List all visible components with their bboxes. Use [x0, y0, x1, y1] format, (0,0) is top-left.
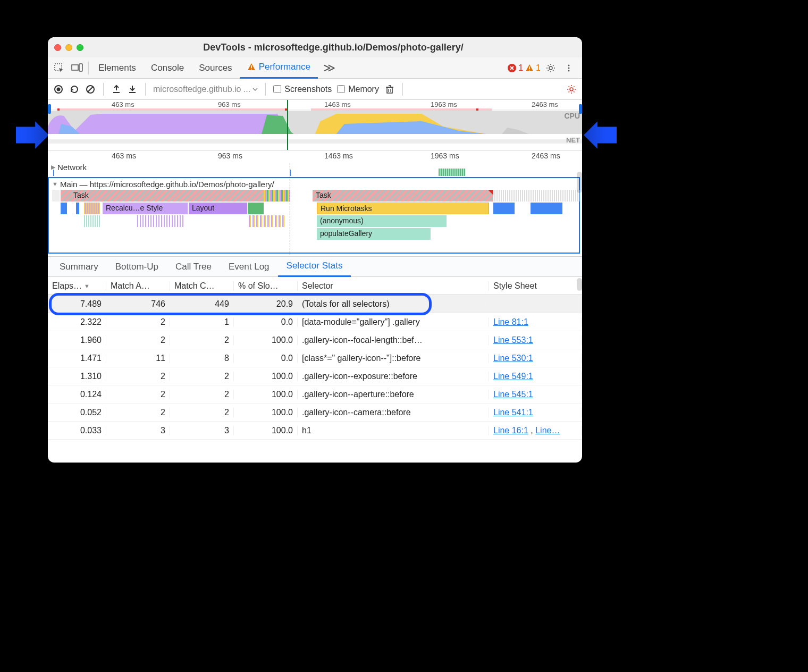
- record-icon[interactable]: [53, 84, 64, 95]
- table-row[interactable]: 0.03333100.0h1Line 16:1 , Line…: [48, 422, 582, 440]
- device-icon[interactable]: [68, 59, 86, 77]
- error-icon: [508, 64, 516, 72]
- error-count[interactable]: 1: [508, 63, 523, 73]
- stylesheet-link[interactable]: Line…: [535, 426, 560, 435]
- screenshots-checkbox[interactable]: Screenshots: [273, 85, 332, 94]
- main-track-header[interactable]: ▼Main — https://microsoftedge.github.io/…: [49, 178, 579, 190]
- window-title: DevTools - microsoftedge.github.io/Demos…: [91, 42, 576, 53]
- cpu-label: CPU: [564, 112, 580, 120]
- stylesheet-link[interactable]: Line 16:1: [493, 426, 528, 435]
- col-stylesheet[interactable]: Style Sheet: [489, 281, 582, 291]
- timeline-overview[interactable]: 463 ms 963 ms 1463 ms 1963 ms 2463 ms CP…: [48, 100, 582, 150]
- table-row[interactable]: 1.4711180.0[class*=" gallery-icon--"]::b…: [48, 349, 582, 367]
- subtab-selector-stats[interactable]: Selector Stats: [278, 257, 351, 277]
- tab-console[interactable]: Console: [144, 57, 191, 79]
- scrollbar[interactable]: [577, 278, 582, 291]
- col-match-count[interactable]: Match C…: [170, 281, 234, 291]
- svg-point-10: [568, 64, 570, 66]
- svg-point-18: [570, 88, 573, 91]
- memory-checkbox[interactable]: Memory: [337, 85, 379, 94]
- subtab-event-log[interactable]: Event Log: [220, 257, 278, 277]
- divider: [88, 62, 89, 74]
- table-row[interactable]: 1.96022100.0.gallery-icon--focal-length:…: [48, 331, 582, 349]
- annotation-arrow-left: [16, 121, 49, 149]
- stylesheet-link[interactable]: Line 553:1: [493, 335, 533, 345]
- svg-point-14: [57, 87, 61, 91]
- inspect-icon[interactable]: [50, 59, 68, 77]
- tab-sources[interactable]: Sources: [191, 57, 239, 79]
- table-row[interactable]: 0.12422100.0.gallery-icon--aperture::bef…: [48, 385, 582, 404]
- anonymous-bar[interactable]: (anonymous): [317, 215, 447, 227]
- subtab-bottom-up[interactable]: Bottom-Up: [107, 257, 167, 277]
- tab-performance[interactable]: Performance: [240, 57, 318, 79]
- window-controls: [54, 44, 83, 51]
- recalc-style-bar[interactable]: Recalcu…e Style: [103, 203, 188, 214]
- tabs-overflow[interactable]: ≫: [318, 61, 341, 75]
- network-track-header[interactable]: ▶Network: [48, 161, 582, 173]
- clear-icon[interactable]: [85, 84, 96, 95]
- selection-handle-right[interactable]: [579, 104, 582, 114]
- col-slow[interactable]: % of Slo…: [234, 281, 298, 291]
- warning-icon: [247, 63, 256, 71]
- task-bar[interactable]: Task: [61, 190, 290, 201]
- warning-icon: [525, 64, 534, 72]
- cpu-track: [48, 111, 582, 134]
- subtab-summary[interactable]: Summary: [51, 257, 107, 277]
- svg-rect-5: [251, 65, 252, 68]
- close-icon[interactable]: [54, 44, 61, 51]
- table-row[interactable]: 7.48974644920.9(Totals for all selectors…: [48, 295, 582, 313]
- svg-point-11: [568, 67, 570, 69]
- svg-marker-0: [16, 121, 49, 149]
- stylesheet-link[interactable]: Line 549:1: [493, 372, 533, 381]
- svg-rect-7: [529, 66, 530, 69]
- svg-point-9: [549, 66, 552, 70]
- stylesheet-link[interactable]: Line 81:1: [493, 317, 528, 326]
- upload-icon[interactable]: [111, 84, 122, 95]
- table-row[interactable]: 0.05222100.0.gallery-icon--camera::befor…: [48, 404, 582, 422]
- detail-pane-tabs: Summary Bottom-Up Call Tree Event Log Se…: [48, 257, 582, 277]
- table-row[interactable]: 2.322210.0[data-module="gallery"] .galle…: [48, 313, 582, 331]
- run-microtasks-bar[interactable]: Run Microtasks: [317, 203, 489, 214]
- scrollbar[interactable]: [577, 172, 582, 193]
- svg-point-12: [568, 70, 570, 71]
- settings-icon[interactable]: [543, 60, 559, 76]
- table-header: Elaps…▼ Match A… Match C… % of Slo… Sele…: [48, 277, 582, 295]
- tab-elements[interactable]: Elements: [91, 57, 144, 79]
- zoom-icon[interactable]: [77, 44, 83, 51]
- tab-performance-label: Performance: [259, 62, 310, 72]
- task-bar[interactable]: Task: [313, 190, 493, 201]
- more-menu-icon[interactable]: [561, 60, 577, 76]
- stylesheet-link[interactable]: Line 545:1: [493, 390, 533, 399]
- recording-selector[interactable]: microsoftedge.github.io ...: [153, 85, 258, 94]
- performance-toolbar: microsoftedge.github.io ... Screenshots …: [48, 79, 582, 100]
- layout-bar[interactable]: Layout: [189, 203, 247, 214]
- svg-rect-4: [79, 64, 82, 71]
- minimize-icon[interactable]: [65, 44, 72, 51]
- svg-rect-17: [387, 87, 392, 93]
- divider: [103, 83, 104, 96]
- garbage-collect-icon[interactable]: [384, 84, 395, 95]
- svg-rect-6: [251, 69, 252, 70]
- warning-count[interactable]: 1: [525, 63, 541, 73]
- stylesheet-link[interactable]: Line 541:1: [493, 408, 533, 417]
- divider: [265, 83, 266, 96]
- col-match-attempts[interactable]: Match A…: [106, 281, 170, 291]
- table-row[interactable]: 1.31022100.0.gallery-icon--exposure::bef…: [48, 367, 582, 385]
- svg-marker-1: [584, 121, 617, 149]
- stylesheet-link[interactable]: Line 530:1: [493, 354, 533, 363]
- sort-desc-icon: ▼: [84, 283, 90, 289]
- titlebar: DevTools - microsoftedge.github.io/Demos…: [48, 37, 582, 57]
- capture-settings-icon[interactable]: [566, 84, 577, 95]
- subtab-call-tree[interactable]: Call Tree: [167, 257, 220, 277]
- selection-handle-left[interactable]: [48, 104, 51, 114]
- panel-tabs: Elements Console Sources Performance ≫ 1…: [48, 57, 582, 79]
- col-selector[interactable]: Selector: [298, 281, 489, 291]
- selector-stats-table: Elaps…▼ Match A… Match C… % of Slo… Sele…: [48, 277, 582, 463]
- divider: [402, 83, 403, 96]
- flame-chart[interactable]: 463 ms 963 ms 1463 ms 1963 ms 2463 ms ▶N…: [48, 150, 582, 257]
- reload-icon[interactable]: [69, 84, 80, 95]
- playhead[interactable]: [287, 100, 288, 150]
- populate-gallery-bar[interactable]: populateGallery: [317, 228, 431, 240]
- col-elapsed[interactable]: Elaps…▼: [48, 281, 106, 291]
- download-icon[interactable]: [127, 84, 138, 95]
